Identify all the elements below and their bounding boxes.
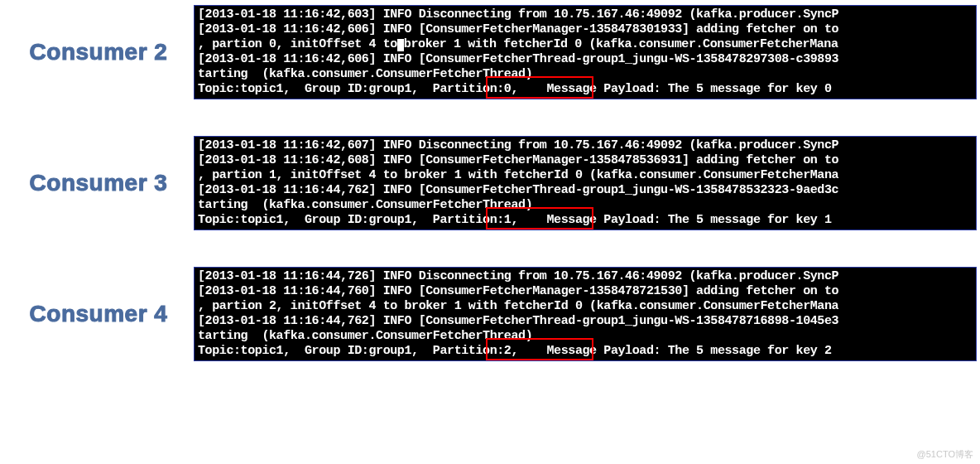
consumer-row-2: Consumer 2 [2013-01-18 11:16:42,603] INF… (3, 5, 977, 99)
terminal-output: [2013-01-18 11:16:42,603] INFO Disconnec… (198, 7, 973, 97)
consumer-row-3: Consumer 3 [2013-01-18 11:16:42,607] INF… (3, 136, 977, 230)
terminal-output: [2013-01-18 11:16:44,726] INFO Disconnec… (198, 269, 973, 359)
terminal-output: [2013-01-18 11:16:42,607] INFO Disconnec… (198, 138, 973, 228)
consumer-label: Consumer 3 (3, 170, 194, 196)
text-cursor (397, 39, 404, 51)
consumer-label: Consumer 2 (3, 39, 194, 65)
terminal-panel: [2013-01-18 11:16:42,607] INFO Disconnec… (194, 136, 977, 230)
terminal-panel: [2013-01-18 11:16:42,603] INFO Disconnec… (194, 5, 977, 99)
consumer-row-4: Consumer 4 [2013-01-18 11:16:44,726] INF… (3, 267, 977, 361)
terminal-panel: [2013-01-18 11:16:44,726] INFO Disconnec… (194, 267, 977, 361)
consumer-label: Consumer 4 (3, 301, 194, 327)
watermark: @51CTO博客 (917, 448, 973, 461)
